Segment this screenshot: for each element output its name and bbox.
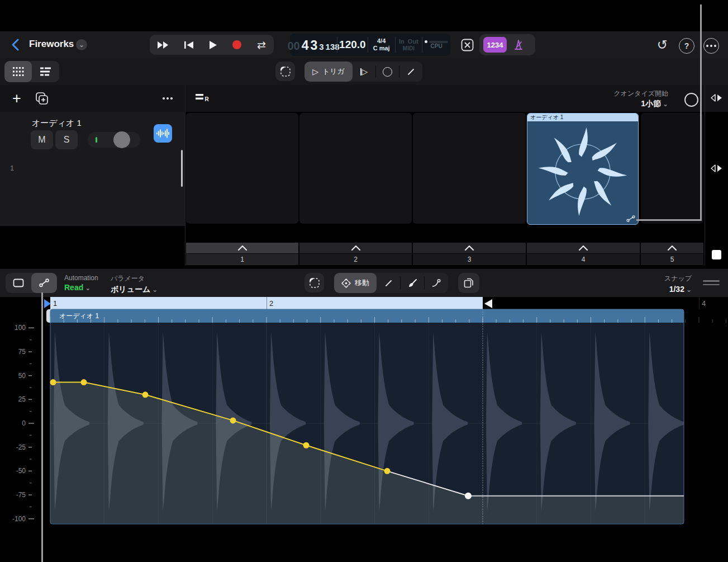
- cpu-label: CPU: [431, 43, 442, 49]
- multi-select-button[interactable]: [275, 62, 295, 81]
- grid-cell-empty[interactable]: [299, 113, 412, 224]
- stop-all-button[interactable]: [712, 250, 721, 259]
- mute-button[interactable]: M: [31, 130, 53, 149]
- grid-record-enable-button[interactable]: [684, 93, 698, 107]
- divider: [705, 85, 705, 266]
- editor-mode-switcher: [6, 273, 57, 293]
- quantize-label: クオンタイズ開始: [581, 89, 668, 98]
- pencil-tool-button[interactable]: [377, 273, 400, 293]
- scene-number[interactable]: 1: [186, 254, 298, 265]
- automation-mode-control[interactable]: Automation Read⌄: [64, 274, 98, 292]
- track-header[interactable]: 1 オーディオ 1 M S: [0, 112, 185, 226]
- grid-cell-empty[interactable]: [186, 113, 298, 224]
- ruler-bar-line: [267, 297, 267, 309]
- add-track-button[interactable]: +: [9, 91, 25, 106]
- automation-editor[interactable]: 1007550250-25-50-75-100124オーディオ 1: [0, 296, 728, 562]
- region-edit-button[interactable]: [6, 273, 31, 293]
- axis-label: 0: [22, 419, 26, 427]
- scene-trigger-button[interactable]: [186, 243, 298, 253]
- play-from-button[interactable]: ▷: [353, 62, 375, 82]
- record-cell-button[interactable]: [376, 62, 399, 82]
- track-more-button[interactable]: [160, 92, 175, 105]
- copy-paste-button[interactable]: [458, 273, 479, 293]
- midi-out-label: Out: [408, 38, 418, 45]
- automation-point[interactable]: [81, 379, 87, 385]
- help-button[interactable]: ?: [679, 38, 694, 54]
- track-icon-button[interactable]: [154, 124, 172, 143]
- automation-editor-canvas[interactable]: 1007550250-25-50-75-100124オーディオ 1: [0, 296, 728, 562]
- tracks-view-button[interactable]: [32, 61, 59, 82]
- count-in-button[interactable]: 1234: [483, 37, 507, 53]
- lcd-position-dim: 00: [287, 40, 299, 53]
- scene-trigger-button[interactable]: [641, 243, 703, 253]
- automation-point[interactable]: [465, 493, 472, 499]
- lcd-key-signature: 4/4 C maj: [368, 34, 395, 56]
- snap-control[interactable]: スナップ 1/32⌄: [637, 274, 692, 294]
- automation-point[interactable]: [50, 379, 56, 385]
- clip-name: オーディオ 1: [530, 114, 563, 120]
- go-to-beginning-button[interactable]: [184, 41, 193, 49]
- editor-multi-select-button[interactable]: [304, 273, 324, 292]
- vertical-scrollbar[interactable]: [181, 150, 183, 187]
- track-name[interactable]: オーディオ 1: [32, 118, 82, 129]
- chevron-up-icon: [578, 245, 588, 251]
- curve-tool-button[interactable]: [425, 273, 448, 293]
- brush-tool-button[interactable]: [401, 273, 424, 293]
- disclosure-icon: ⌄: [85, 284, 91, 292]
- row-play-button[interactable]: [708, 163, 725, 174]
- trigger-mode-button[interactable]: ▷ トリガ: [304, 62, 353, 82]
- axis-label: -50: [16, 467, 26, 475]
- undo-button[interactable]: ↺: [655, 37, 670, 53]
- title-disclosure-button[interactable]: ⌄: [76, 39, 87, 50]
- clear-cell-button[interactable]: [459, 37, 475, 52]
- more-button[interactable]: [703, 38, 719, 54]
- automation-label: Automation: [64, 274, 98, 282]
- solo-button[interactable]: S: [55, 130, 78, 149]
- cycle-end-marker[interactable]: [484, 299, 492, 308]
- edit-pencil-button[interactable]: [399, 62, 422, 82]
- play-button[interactable]: [210, 41, 217, 49]
- scene-number[interactable]: 4: [527, 254, 640, 265]
- scene-number[interactable]: 3: [413, 254, 526, 265]
- automation-mode-button[interactable]: [31, 273, 57, 293]
- scene-play-button[interactable]: [708, 92, 725, 103]
- ellipsis-icon: [706, 45, 716, 47]
- scene-number[interactable]: 5: [641, 254, 703, 265]
- audio-clip-cell[interactable]: オーディオ 1: [527, 113, 639, 225]
- scene-trigger-button[interactable]: [413, 243, 526, 253]
- back-button[interactable]: [8, 38, 22, 51]
- editor-tool-switcher: 移動: [334, 273, 448, 293]
- project-title[interactable]: Fireworks: [29, 39, 74, 50]
- play-outline-icon: ▷: [312, 67, 318, 76]
- playhead-marker[interactable]: [44, 299, 51, 308]
- scene-trigger-button[interactable]: [299, 243, 412, 253]
- grid-view-button[interactable]: [4, 61, 32, 82]
- metronome-icon[interactable]: [512, 38, 525, 51]
- grid-cell-empty[interactable]: [413, 113, 526, 224]
- scene-number[interactable]: 2: [299, 254, 412, 265]
- track-volume-fader[interactable]: [88, 132, 140, 148]
- cycle-button[interactable]: ⇄: [257, 39, 266, 51]
- scene-r-label: R: [205, 96, 210, 102]
- automation-point[interactable]: [230, 417, 236, 423]
- lcd-display[interactable]: 00 4 3 3 138 120.0 4/4 C maj In Out MIDI: [290, 34, 450, 56]
- marquee-select-icon: [280, 66, 291, 77]
- editor-resize-handle[interactable]: [703, 280, 720, 285]
- automation-point[interactable]: [142, 391, 149, 398]
- scene-header-button[interactable]: R: [196, 93, 210, 104]
- ruler-bar-number: 1: [53, 299, 57, 308]
- quantize-start-control[interactable]: クオンタイズ開始 1小節⌄: [581, 89, 668, 109]
- grid-cell-empty[interactable]: [641, 113, 703, 224]
- record-button[interactable]: [232, 40, 241, 49]
- automation-point[interactable]: [303, 442, 310, 448]
- move-tool-button[interactable]: 移動: [334, 273, 377, 293]
- automation-point[interactable]: [384, 468, 391, 474]
- duplicate-track-button[interactable]: [35, 91, 49, 106]
- fader-knob[interactable]: [113, 131, 130, 148]
- mute-label: M: [38, 135, 45, 145]
- fast-forward-button[interactable]: [158, 41, 169, 49]
- move-label: 移動: [355, 278, 369, 288]
- parameter-control[interactable]: パラメータ ボリューム⌄: [111, 274, 158, 295]
- main-toolbar: Fireworks ⌄ ⇄ 00 4 3 3 138: [0, 31, 728, 59]
- scene-trigger-button[interactable]: [527, 243, 640, 253]
